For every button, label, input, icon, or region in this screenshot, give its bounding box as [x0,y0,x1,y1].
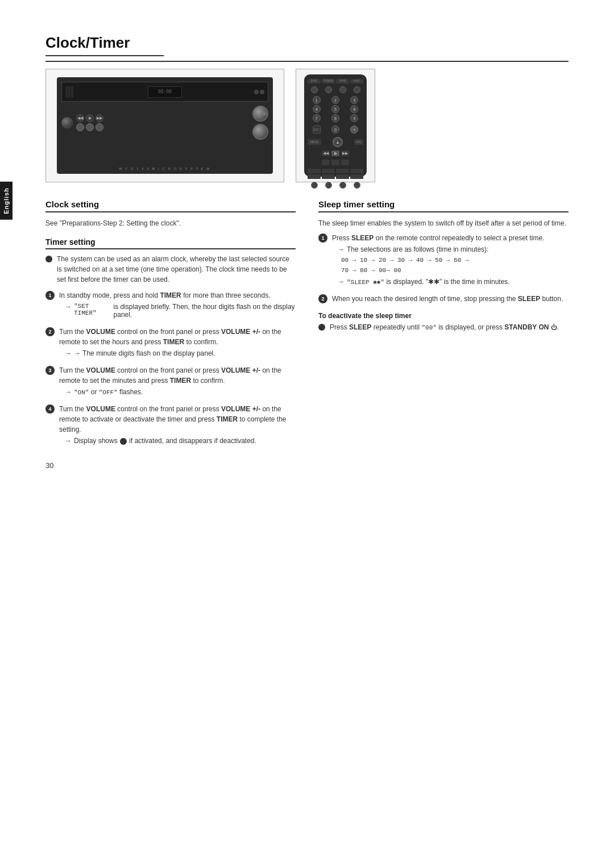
timer-setting-section: Timer setting The system can be used as … [45,237,296,447]
title-divider [45,61,569,62]
right-column: Sleep timer setting The sleep timer enab… [318,199,569,453]
content-area: Clock setting See "Preparations-Step 2: … [45,199,569,453]
timer-step-1: 1 In standby mode, press and hold TIMER … [45,290,296,321]
deactivate-section: To deactivate the sleep timer Press SLEE… [318,312,569,333]
bullet-icon-1 [45,256,52,262]
timer-step-1-text: In standby mode, press and hold TIMER fo… [59,290,296,301]
timer-step-3-arrow: → "ON" or "OFF" flashes. [65,388,296,396]
step-num-3: 3 [45,366,55,375]
timer-step-2-arrow: → → The minute digits flash on the displ… [65,349,296,357]
step-num-4: 4 [45,404,55,414]
device-images: 00:00 ◀◀ ▶ ▶▶ [45,69,569,182]
sleep-step-2-text: When you reach the desired length of tim… [332,294,569,304]
sleep-step-2: 2 When you reach the desired length of t… [318,294,569,304]
timer-step-3-text: Turn the VOLUME control on the front pan… [59,365,296,386]
timer-setting-title: Timer setting [45,237,296,249]
sleep-step-1-arrow2: → "SLEEP ✱✱" is displayed. "✱✱" is the t… [338,278,569,286]
timer-step-2-text: Turn the VOLUME control on the front pan… [59,327,296,347]
timer-bullet-1-text: The system can be used as an alarm clock… [57,254,296,285]
sleep-step-1-text: Press SLEEP on the remote control repeat… [332,233,569,243]
deactivate-text: Press SLEEP repeatedly until "00" is dis… [330,322,569,333]
sleep-timer-title: Sleep timer setting [318,199,569,212]
clock-setting-section: Clock setting See "Preparations-Step 2: … [45,199,296,228]
sleep-step-num-2: 2 [318,294,327,303]
sleep-timer-section: Sleep timer setting The sleep timer enab… [318,199,569,333]
remote-control-image: DISC TUNER TAPE AUX 1 2 3 4 5 [296,69,375,182]
left-column: Clock setting See "Preparations-Step 2: … [45,199,296,453]
step-num-1: 1 [45,291,55,300]
timer-bullet-1: The system can be used as an alarm clock… [45,254,296,285]
sleep-step-1: 1 Press SLEEP on the remote control repe… [318,233,569,288]
timer-step-2: 2 Turn the VOLUME control on the front p… [45,327,296,360]
clock-setting-body: See "Preparations-Step 2: Setting the cl… [45,218,296,228]
deactivate-title: To deactivate the sleep timer [318,312,569,320]
timer-step-3: 3 Turn the VOLUME control on the front p… [45,365,296,398]
sleep-sequence: 00 → 10 → 20 → 30 → 40 → 50 → 60 → 70 → … [341,256,569,276]
sleep-step-num-1: 1 [318,233,327,243]
main-unit-image: 00:00 ◀◀ ▶ ▶▶ [45,69,284,182]
timer-step-4-arrow: → Display shows if activated, and disapp… [65,437,296,445]
page-title: Clock/Timer [45,34,164,56]
timer-step-1-arrow: → "SET TIMER" is displayed briefly. Then… [65,303,296,319]
timer-step-4-text: Turn the VOLUME control on the front pan… [59,404,296,435]
language-tab: English [0,182,13,220]
timer-step-4: 4 Turn the VOLUME control on the front p… [45,404,296,447]
sleep-timer-intro: The sleep timer enables the system to sw… [318,218,569,228]
sleep-step-1-arrow1: → The selections are as follows (time in… [338,245,569,253]
step-num-2: 2 [45,327,55,336]
deactivate-bullet: Press SLEEP repeatedly until "00" is dis… [318,322,569,333]
deactivate-bullet-icon [318,324,325,331]
clock-setting-title: Clock setting [45,199,296,212]
page-number: 30 [45,461,53,470]
